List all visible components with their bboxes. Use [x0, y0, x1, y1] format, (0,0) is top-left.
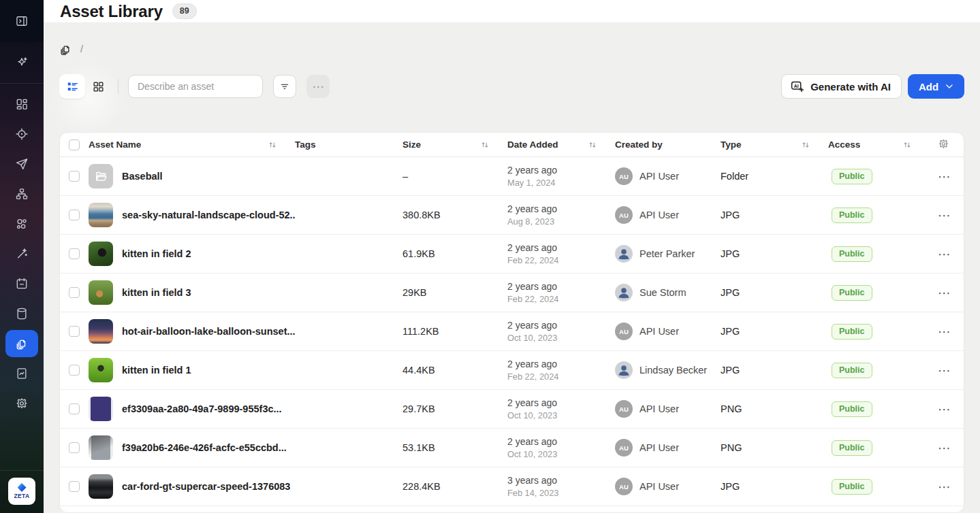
sort-size-button[interactable]	[480, 140, 490, 150]
asset-size: 228.4KB	[402, 481, 507, 492]
assets-root-icon[interactable]	[59, 43, 72, 56]
asset-thumbnail	[89, 319, 113, 344]
sort-icon	[268, 140, 277, 150]
generate-with-ai-label: Generate with AI	[810, 81, 891, 93]
table-row[interactable]: Baseball – 2 years ago May 1, 2024 AU AP…	[60, 157, 964, 196]
sort-type-button[interactable]	[801, 140, 810, 150]
asset-name[interactable]: kitten in field 2	[122, 248, 191, 259]
table-row[interactable]: sea-sky-natural-landscape-cloud-52... 38…	[60, 196, 964, 235]
row-checkbox[interactable]	[69, 365, 80, 376]
asset-size: 29.7KB	[402, 403, 507, 414]
col-type: Type	[721, 139, 742, 150]
sidebar-item-audiences[interactable]	[5, 120, 38, 148]
asset-name[interactable]: Baseball	[122, 171, 163, 182]
sidebar-item-settings[interactable]	[5, 390, 38, 417]
table-row[interactable]: hot-air-balloon-lake-balloon-sunset... 1…	[60, 312, 964, 351]
sort-icon	[588, 140, 597, 150]
sidebar-item-journeys[interactable]	[5, 180, 38, 208]
asset-thumbnail	[89, 203, 113, 227]
creator-name: Sue Storm	[639, 287, 686, 298]
list-view-toggle[interactable]	[59, 74, 85, 99]
row-menu-button[interactable]: ⋯	[938, 286, 951, 299]
row-checkbox[interactable]	[69, 171, 80, 182]
asset-type: PNG	[721, 403, 828, 414]
table-row[interactable]: car-ford-gt-supercar-speed-1376083 228.4…	[60, 467, 964, 506]
zeta-logo[interactable]: ZETA	[8, 478, 35, 505]
date-absolute: Feb 22, 2024	[507, 293, 615, 305]
sort-date-button[interactable]	[588, 140, 597, 150]
date-absolute: Feb 22, 2024	[507, 371, 615, 382]
asset-type: JPG	[721, 287, 828, 298]
sidebar-item-automation[interactable]	[5, 240, 38, 267]
select-all-checkbox[interactable]	[69, 139, 80, 150]
creator-avatar: AU	[615, 400, 633, 418]
asset-size: 53.1KB	[402, 442, 507, 453]
row-checkbox[interactable]	[69, 287, 80, 298]
sort-access-button[interactable]	[902, 140, 912, 150]
table-row[interactable]: kitten in field 1 44.4KB 2 years ago Feb…	[60, 351, 964, 390]
table-row[interactable]: kitten in field 2 61.9KB 2 years ago Feb…	[60, 235, 964, 274]
sidebar-item-assets[interactable]	[5, 330, 38, 357]
sidebar-divider	[0, 83, 44, 84]
column-settings-button[interactable]	[938, 138, 949, 152]
row-menu-button[interactable]: ⋯	[938, 480, 951, 493]
sidebar-item-reports[interactable]	[5, 360, 38, 387]
access-badge: Public	[832, 440, 872, 456]
asset-type: JPG	[721, 326, 828, 337]
sidebar-item-campaigns[interactable]	[5, 150, 38, 178]
row-menu-button[interactable]: ⋯	[938, 403, 951, 416]
row-menu-button[interactable]: ⋯	[938, 209, 951, 222]
sort-asset-name-button[interactable]	[268, 140, 277, 150]
row-checkbox[interactable]	[69, 326, 80, 337]
row-menu-button[interactable]: ⋯	[938, 248, 951, 261]
grid-view-toggle[interactable]	[85, 74, 111, 99]
row-checkbox[interactable]	[69, 481, 80, 492]
sidebar-item-ai[interactable]	[5, 49, 38, 76]
asset-thumbnail	[89, 280, 113, 305]
gear-icon	[15, 397, 29, 410]
row-checkbox[interactable]	[69, 403, 80, 414]
filter-button[interactable]	[273, 75, 296, 98]
row-menu-button[interactable]: ⋯	[938, 170, 951, 183]
row-menu-button[interactable]: ⋯	[938, 442, 951, 454]
col-asset-name: Asset Name	[89, 139, 141, 150]
asset-name[interactable]: hot-air-balloon-lake-balloon-sunset...	[122, 326, 295, 337]
search-input[interactable]	[129, 76, 263, 97]
asset-thumbnail	[89, 242, 113, 266]
gear-icon	[938, 138, 949, 150]
row-menu-button[interactable]: ⋯	[938, 325, 951, 338]
asset-name[interactable]: f39a20b6-246e-426f-acfc-e55ccbd...	[122, 442, 287, 453]
asset-name[interactable]: sea-sky-natural-landscape-cloud-52...	[122, 210, 295, 220]
row-menu-button[interactable]: ⋯	[938, 364, 951, 377]
zeta-brand-text: ZETA	[14, 493, 29, 499]
asset-name[interactable]: kitten in field 1	[122, 365, 191, 376]
generate-with-ai-button[interactable]: AI Generate with AI	[781, 74, 902, 99]
date-absolute: Oct 10, 2023	[507, 448, 615, 460]
row-checkbox[interactable]	[69, 248, 80, 259]
sidebar-item-segments[interactable]	[5, 210, 38, 237]
sidebar-item-data[interactable]	[5, 300, 38, 327]
sort-icon	[801, 140, 810, 150]
row-checkbox[interactable]	[69, 442, 80, 453]
table-row[interactable]: f39a20b6-246e-426f-acfc-e55ccbd... 53.1K…	[60, 429, 964, 467]
asset-name[interactable]: ef3309aa-2a80-49a7-9899-955f3c...	[122, 403, 282, 414]
sidebar-item-dashboard[interactable]	[5, 90, 38, 118]
asset-table: Asset Name Tags Size Date Added Created …	[59, 132, 964, 513]
sidebar-item-calendar[interactable]	[5, 270, 38, 297]
date-absolute: Aug 8, 2023	[507, 216, 615, 227]
table-row[interactable]: kitten in field 3 29KB 2 years ago Feb 2…	[60, 274, 964, 312]
access-badge: Public	[832, 401, 872, 417]
sidebar-expand-button[interactable]	[8, 9, 35, 33]
asset-size: 111.2KB	[402, 326, 507, 337]
filter-icon	[279, 81, 290, 92]
creator-avatar	[615, 361, 633, 379]
more-actions-button[interactable]: ⋯	[306, 75, 330, 98]
add-button[interactable]: Add	[908, 74, 964, 99]
toolbar: ⋯ AI Generate with AI Add	[59, 74, 964, 99]
table-row[interactable]: ef3309aa-2a80-49a7-9899-955f3c... 29.7KB…	[60, 390, 964, 429]
asset-name[interactable]: car-ford-gt-supercar-speed-1376083	[122, 481, 290, 492]
row-checkbox[interactable]	[69, 210, 80, 220]
access-badge: Public	[832, 208, 872, 223]
asset-name[interactable]: kitten in field 3	[122, 287, 191, 298]
search-box	[128, 75, 263, 98]
